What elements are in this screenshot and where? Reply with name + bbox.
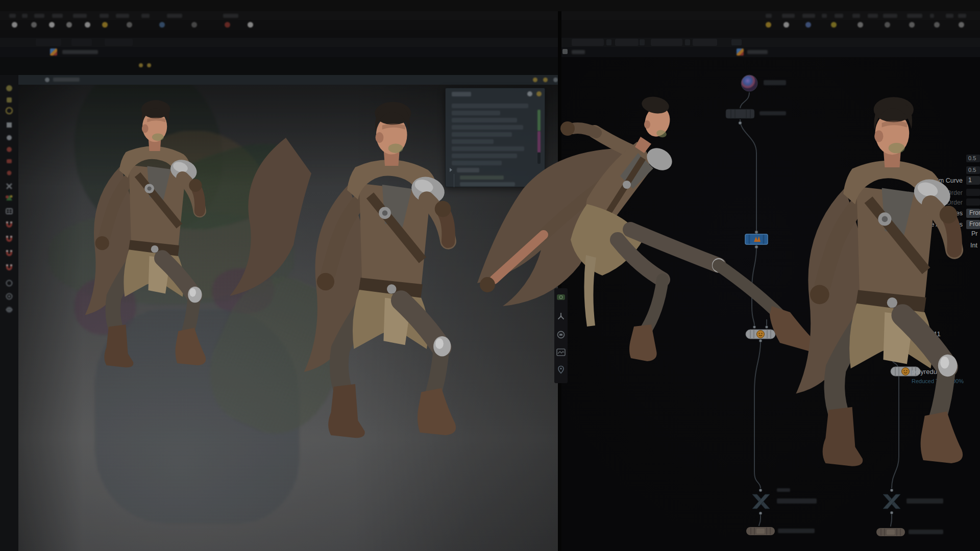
character-render-3 (477, 95, 816, 361)
character-2-cape (230, 138, 311, 296)
character-render-4 (796, 97, 963, 466)
character-render-2 (304, 102, 456, 438)
character-render-layer (0, 0, 980, 551)
character-render-1 (85, 100, 206, 367)
app-stage: rem remesh11 polyreduce14 Reduced To: 50… (0, 0, 980, 551)
